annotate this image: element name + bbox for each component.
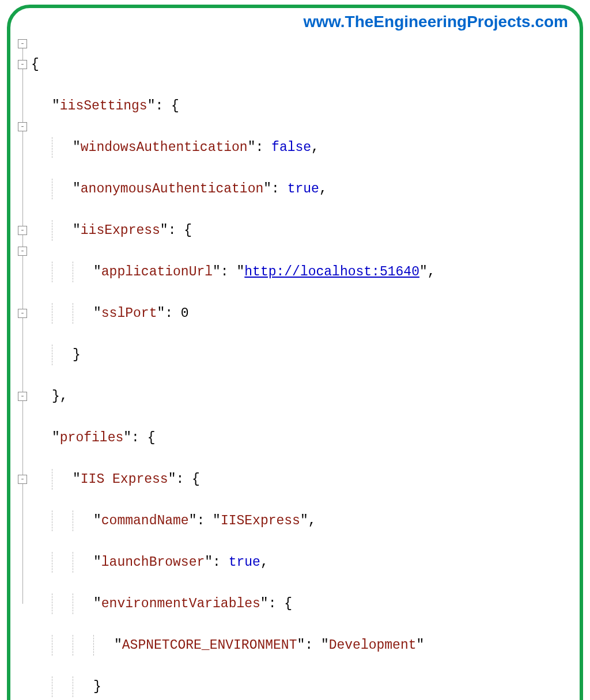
header-link[interactable]: www.TheEngineeringProjects.com — [16, 13, 574, 33]
code-line: "sslPort": 0 — [31, 303, 574, 324]
code-line: "launchBrowser": true, — [31, 552, 574, 573]
fold-toggle[interactable]: - — [18, 247, 27, 256]
code-line: } — [31, 676, 574, 697]
code-line: "profiles": { — [31, 427, 574, 448]
code-line: "commandName": "IISExpress", — [31, 510, 574, 531]
code-line: "environmentVariables": { — [31, 593, 574, 614]
code-frame: www.TheEngineeringProjects.com - - - - -… — [7, 5, 583, 700]
code-line: "windowsAuthentication": false, — [31, 137, 574, 158]
fold-toggle[interactable]: - — [18, 309, 27, 318]
code-line: "iisSettings": { — [31, 96, 574, 116]
code-line: }, — [31, 386, 574, 407]
code-editor: - - - - - - - - — [16, 33, 574, 700]
code-line: { — [31, 54, 574, 75]
url-link[interactable]: http://localhost:51640 — [244, 264, 419, 279]
code-line: "ASPNETCORE_ENVIRONMENT": "Development" — [31, 635, 574, 656]
fold-toggle[interactable]: - — [18, 122, 27, 131]
fold-toggle[interactable]: - — [18, 39, 27, 48]
fold-toggle[interactable]: - — [18, 392, 27, 401]
code-line: "applicationUrl": "http://localhost:5164… — [31, 262, 574, 282]
fold-toggle[interactable]: - — [18, 60, 27, 69]
code-line: "iisExpress": { — [31, 220, 574, 241]
fold-toggle[interactable]: - — [18, 226, 27, 235]
code-line: } — [31, 345, 574, 365]
code-line: "IIS Express": { — [31, 469, 574, 490]
code-body: { "iisSettings": { "windowsAuthenticatio… — [29, 33, 574, 700]
fold-gutter: - - - - - - - - — [16, 33, 29, 614]
code-line: "anonymousAuthentication": true, — [31, 179, 574, 199]
fold-toggle[interactable]: - — [18, 475, 27, 484]
